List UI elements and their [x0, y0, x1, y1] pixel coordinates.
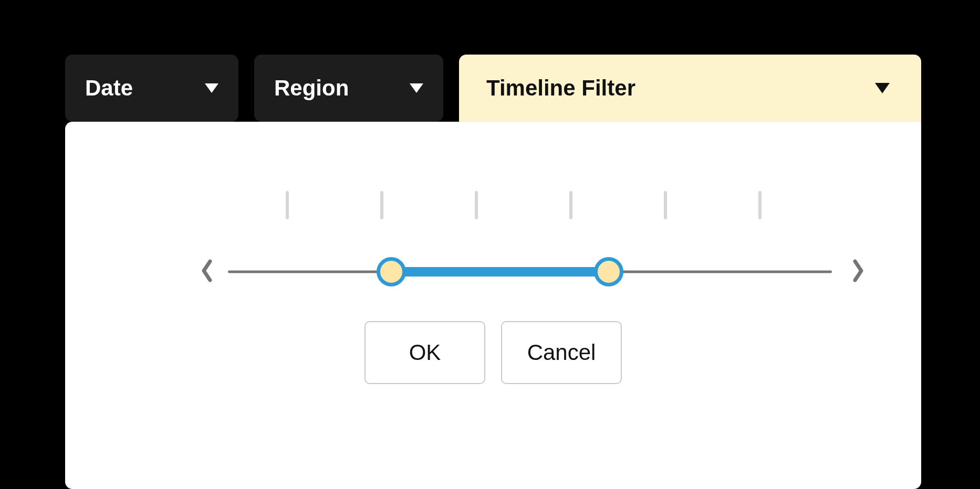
- chevron-down-icon: [205, 83, 218, 93]
- timeline-handle-start[interactable]: [377, 257, 406, 286]
- svg-marker-1: [410, 83, 423, 93]
- svg-marker-2: [875, 83, 890, 93]
- chevron-down-icon: [410, 83, 423, 93]
- filter-timeline-label: Timeline Filter: [486, 76, 635, 101]
- timeline-tick: [475, 191, 478, 219]
- timeline-prev-button[interactable]: [195, 254, 218, 290]
- ok-button-label: OK: [409, 340, 441, 365]
- timeline-next-button[interactable]: [847, 254, 870, 290]
- chevron-left-icon: [201, 259, 213, 282]
- timeline-button-row: OK Cancel: [65, 321, 921, 384]
- timeline-tick: [758, 191, 762, 219]
- filter-date-label: Date: [85, 76, 133, 101]
- timeline-tick: [664, 191, 667, 219]
- ok-button[interactable]: OK: [364, 321, 485, 384]
- timeline-track[interactable]: [228, 256, 832, 288]
- timeline-handle-end[interactable]: [594, 257, 623, 286]
- timeline-tick: [569, 191, 572, 219]
- filter-date-dropdown[interactable]: Date: [65, 55, 238, 122]
- timeline-tick: [286, 191, 289, 219]
- cancel-button-label: Cancel: [527, 340, 596, 365]
- cancel-button[interactable]: Cancel: [501, 321, 622, 384]
- filter-region-label: Region: [274, 76, 349, 101]
- filter-timeline-dropdown[interactable]: Timeline Filter: [459, 55, 921, 122]
- chevron-right-icon: [852, 259, 864, 282]
- timeline-slider: [65, 251, 921, 293]
- timeline-track-fill: [391, 267, 609, 277]
- chevron-down-icon: [875, 83, 890, 93]
- svg-marker-0: [205, 83, 218, 93]
- filter-region-dropdown[interactable]: Region: [254, 55, 443, 122]
- timeline-tick: [380, 191, 383, 219]
- timeline-ticks: [65, 191, 921, 222]
- timeline-filter-panel: OK Cancel: [65, 122, 921, 489]
